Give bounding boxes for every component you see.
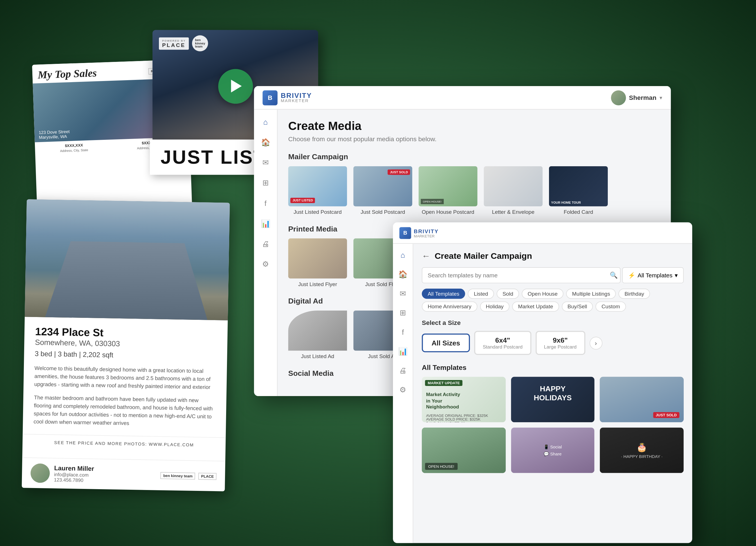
app2-sidebar-send[interactable]: ✉ — [397, 287, 409, 299]
social-icons: 📱 Social 💬 Share — [544, 444, 562, 456]
topsales-address: 123 Dove Street Marysville, WA — [39, 129, 70, 140]
create-mailer-window: B BRIVITY MARKETER ⌂ 🏠 ✉ ⊞ f 📊 — [393, 222, 692, 543]
template-card-social[interactable]: 📱 Social 💬 Share — [511, 428, 595, 473]
filter-tag-buysell[interactable]: Buy/Sell — [562, 301, 593, 311]
thumb-letter — [484, 166, 543, 206]
sidebar-icon-fb[interactable]: f — [260, 197, 271, 209]
listing-image — [25, 199, 230, 320]
app2-sidebar-home2[interactable]: 🏠 — [397, 268, 409, 280]
app2-header: ← Create Mailer Campaign — [422, 251, 684, 261]
template-card-open-house[interactable]: OPEN HOUSE! — [422, 428, 506, 473]
size-nav-next[interactable]: › — [589, 336, 602, 349]
topsales-sub1: $XXX,XXX Address, City, State — [36, 140, 113, 178]
filter-tags: All Templates Listed Sold Open House Mul… — [422, 289, 684, 312]
app2-sidebar-home[interactable]: ⌂ — [397, 249, 409, 261]
media-item-open-house-postcard[interactable]: OPEN HOUSE! Open House Postcard — [419, 166, 477, 215]
app2-sidebar-chart[interactable]: 📊 — [397, 345, 409, 357]
brand-place: PLACE — [198, 472, 217, 480]
media-item-just-listed-postcard[interactable]: Just Listed Postcard — [288, 166, 347, 215]
scene: My Top Sales REAL ESTATE $249,900 123 Do… — [19, 14, 737, 532]
app2-logo: B BRIVITY MARKETER — [399, 227, 439, 239]
just-sold-badge-2: JUST SOLD — [653, 412, 679, 418]
birthday-thumb: 🎂 · HAPPY BIRTHDAY · — [600, 428, 684, 473]
thumb-ad-listed — [288, 311, 347, 351]
sidebar-icon-send[interactable]: ✉ — [260, 156, 271, 168]
filter-tag-multiple[interactable]: Multiple Listings — [566, 289, 616, 299]
template-card-just-sold[interactable]: JUST SOLD — [600, 377, 684, 422]
media-item-just-sold-postcard[interactable]: JUST SOLD Just Sold Postcard — [354, 166, 412, 215]
sidebar-icon-grid[interactable]: ⊞ — [260, 177, 271, 189]
media-label-just-sold-postcard: Just Sold Postcard — [361, 209, 405, 215]
app2-sidebar: ⌂ 🏠 ✉ ⊞ f 📊 🖨 ⚙ — [393, 244, 413, 543]
video-header: POWERED BY PLACE benkinneyteam — [159, 35, 208, 51]
social-thumb: 📱 Social 💬 Share — [511, 428, 595, 473]
filter-chevron: ▾ — [675, 272, 678, 279]
sidebar-icon-settings[interactable]: ⚙ — [260, 258, 271, 270]
size-6x4-sub: Standard Postcard — [483, 344, 523, 349]
filter-tag-sold[interactable]: Sold — [497, 289, 519, 299]
filter-tag-holiday[interactable]: Holiday — [480, 301, 509, 311]
size-all-label: All Sizes — [430, 339, 461, 347]
open-house-thumb: OPEN HOUSE! — [422, 428, 506, 473]
template-card-birthday[interactable]: 🎂 · HAPPY BIRTHDAY · — [600, 428, 684, 473]
app2-search-input[interactable] — [422, 267, 620, 283]
templates-section-title: All Templates — [422, 363, 684, 372]
agent-email: info@place.com — [54, 472, 94, 478]
app-user-menu[interactable]: Sherman ▾ — [611, 90, 662, 105]
media-item-letter-envelope[interactable]: Letter & Envelope — [484, 166, 543, 215]
filter-tag-birthday[interactable]: Birthday — [619, 289, 650, 299]
filter-tag-custom[interactable]: Custom — [596, 301, 626, 311]
filter-tag-all[interactable]: All Templates — [422, 289, 465, 299]
filter-tag-listed[interactable]: Listed — [468, 289, 494, 299]
filter-tag-open-house[interactable]: Open House — [522, 289, 563, 299]
thumb-flyer-listed — [288, 238, 347, 278]
app-logo: B BRIVITY MARKETER — [263, 90, 312, 105]
media-item-just-listed-flyer[interactable]: Just Listed Flyer — [288, 238, 347, 287]
media-label-just-listed-ad: Just Listed Ad — [301, 353, 334, 359]
thumb-open-house: OPEN HOUSE! — [419, 166, 477, 206]
user-avatar — [611, 90, 626, 105]
size-option-6x4[interactable]: 6x4" Standard Postcard — [474, 331, 531, 355]
app-logo-text: BRIVITY MARKETER — [281, 92, 312, 103]
sidebar-icon-home2[interactable]: 🏠 — [260, 136, 271, 148]
video-brand-logo: benkinneyteam — [192, 35, 208, 51]
template-card-holiday[interactable]: HAPPYHOLIDAYS — [511, 377, 595, 422]
app2-sidebar-grid[interactable]: ⊞ — [397, 307, 409, 318]
open-house-badge-2: OPEN HOUSE! — [425, 463, 457, 470]
template-card-market[interactable]: MARKET UPDATE Market Activityin YourNeig… — [422, 377, 506, 422]
size-option-all[interactable]: All Sizes — [422, 333, 470, 352]
video-place-logo: POWERED BY PLACE — [159, 37, 189, 50]
video-play-button[interactable] — [218, 69, 253, 104]
listing-footer: Lauren Miller info@place.com 123.456.789… — [22, 457, 225, 491]
app-topbar: B BRIVITY MARKETER Sherman ▾ — [254, 86, 671, 110]
filter-tag-market-update[interactable]: Market Update — [512, 301, 559, 311]
sidebar-icon-print[interactable]: 🖨 — [260, 238, 271, 250]
sidebar-icon-chart[interactable]: 📊 — [260, 217, 271, 229]
app2-search-row: 🔍 ⚡ All Templates ▾ — [422, 267, 684, 283]
app2-sidebar-print[interactable]: 🖨 — [397, 364, 409, 376]
filter-icon: ⚡ — [628, 272, 636, 279]
thumb-just-sold: JUST SOLD — [354, 166, 412, 206]
size-9x6-label: 9x6" — [544, 336, 577, 344]
thumb-folded: YOUR HOME TOUR — [549, 166, 608, 206]
app2-sidebar-fb[interactable]: f — [397, 326, 409, 338]
app-sidebar: ⌂ 🏠 ✉ ⊞ f 📊 🖨 ⚙ — [254, 109, 278, 396]
media-item-folded-card[interactable]: YOUR HOME TOUR Folded Card — [549, 166, 608, 215]
app2-filter-button[interactable]: ⚡ All Templates ▾ — [622, 267, 684, 283]
app2-back-button[interactable]: ← — [422, 251, 430, 261]
size-option-9x6[interactable]: 9x6" Large Postcard — [535, 331, 585, 355]
filter-tag-home-anniversary[interactable]: Home Anniversary — [422, 301, 477, 311]
media-item-just-listed-ad[interactable]: Just Listed Ad — [288, 311, 347, 359]
listing-specs: 3 bed | 3 bath | 2,202 sqft — [35, 349, 216, 361]
agent-details: Lauren Miller info@place.com 123.456.789… — [54, 464, 94, 483]
app2-sidebar-settings[interactable]: ⚙ — [397, 384, 409, 396]
chevron-down-icon: ▾ — [660, 95, 662, 100]
sidebar-icon-home[interactable]: ⌂ — [260, 116, 271, 128]
app2-topbar: B BRIVITY MARKETER — [393, 222, 692, 244]
app2-logo-icon: B — [399, 227, 411, 239]
listing-agent: Lauren Miller info@place.com 123.456.789… — [30, 463, 94, 484]
app2-body: ⌂ 🏠 ✉ ⊞ f 📊 🖨 ⚙ ← Create Mailer Campaign — [393, 244, 692, 543]
content-subtitle: Choose from our most popular media optio… — [288, 135, 660, 143]
agent-phone: 123.456.7890 — [54, 477, 94, 483]
size-selector: All Sizes 6x4" Standard Postcard 9x6" La… — [422, 331, 684, 355]
